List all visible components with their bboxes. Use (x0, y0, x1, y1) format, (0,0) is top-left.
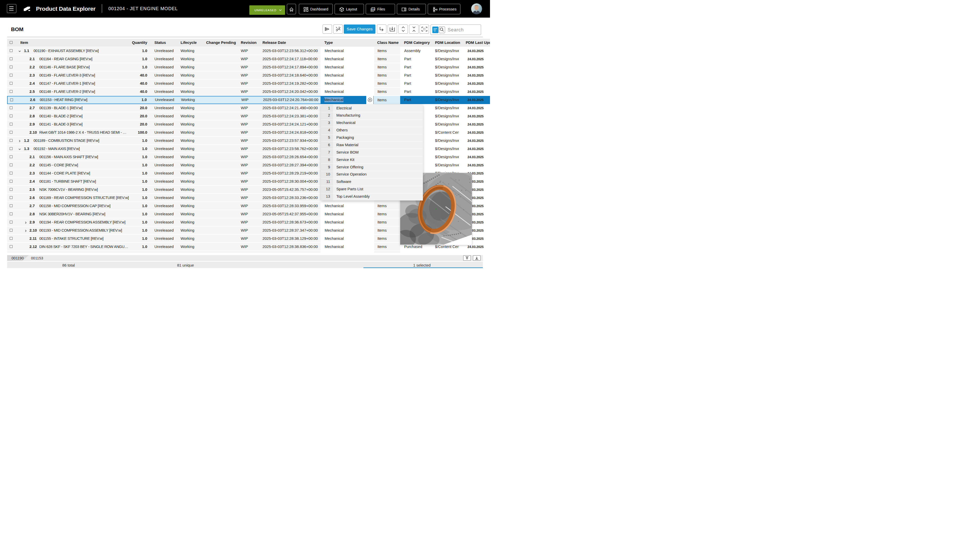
svg-text:PDF: PDF (372, 8, 375, 10)
